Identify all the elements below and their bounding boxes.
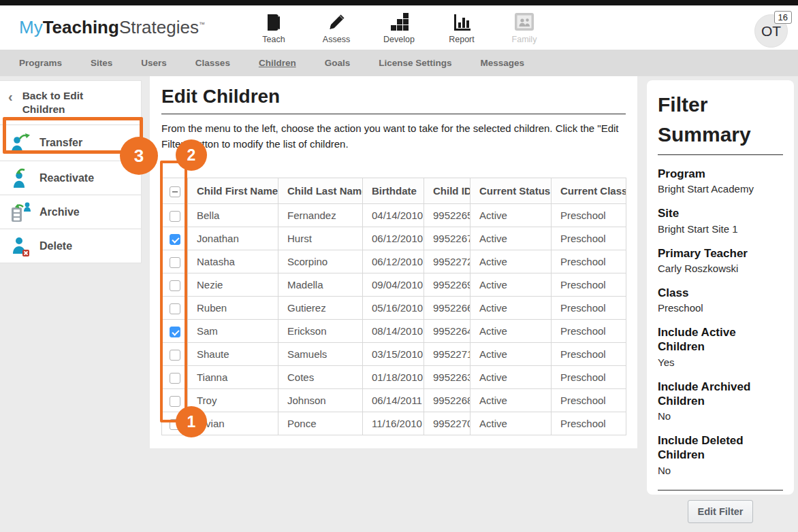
row-checkbox[interactable] (170, 280, 180, 291)
cell-class: Preschool (552, 204, 626, 227)
edit-filter-button[interactable]: Edit Filter (688, 500, 754, 523)
sidebar-action-delete[interactable]: Delete (0, 229, 141, 263)
table-header-row: Child First NameChild Last NameBirthdate… (162, 178, 626, 204)
cell-first-name: Bella (188, 204, 278, 227)
filter-summary-panel: Filter Summary Program Bright Start Acad… (647, 80, 794, 495)
filter-value: Carly Roszkowski (658, 263, 783, 274)
teach-book-icon (253, 12, 295, 34)
cell-child-id: 9952266 (424, 297, 470, 320)
chevron-left-icon: ‹ (8, 89, 13, 116)
cell-child-id: 9952265 (424, 204, 470, 227)
filter-label: Site (658, 206, 783, 220)
brand-teaching: Teaching (43, 17, 119, 37)
row-checkbox[interactable] (170, 327, 180, 337)
app-family: Family (503, 12, 545, 44)
column-header-birthdate: Birthdate (363, 178, 424, 204)
app-assess[interactable]: Assess (315, 12, 357, 44)
filter-label: Include Active Children (658, 325, 783, 354)
nav-item-classes[interactable]: Classes (195, 58, 230, 68)
cell-first-name: Natasha (188, 250, 278, 273)
row-checkbox[interactable] (170, 257, 180, 268)
cell-first-name: Jonathan (188, 227, 278, 250)
app-report[interactable]: Report (441, 12, 483, 44)
row-checkbox[interactable] (170, 373, 180, 384)
filter-label: Program (658, 167, 783, 181)
cell-child-id: 9952270 (424, 412, 470, 435)
cell-last-name: Fernandez (278, 204, 363, 227)
filter-label: Primary Teacher (658, 246, 783, 261)
app-teach[interactable]: Teach (253, 12, 295, 44)
back-to-edit-children[interactable]: ‹ Back to Edit Children (0, 81, 141, 124)
table-row: Jonathan Hurst 06/12/2010 9952267 Active… (162, 227, 626, 250)
filter-value: No (658, 410, 783, 422)
children-table: Child First NameChild Last NameBirthdate… (161, 178, 626, 435)
cell-last-name: Johnson (278, 389, 363, 412)
nav-item-programs[interactable]: Programs (19, 58, 62, 68)
sidebar-action-label: Archive (39, 206, 80, 218)
brand-trademark: ™ (199, 21, 205, 28)
brand-logo[interactable]: MyTeachingStrategies™ (19, 17, 205, 38)
page-description: From the menu to the left, choose the ac… (161, 121, 626, 152)
cell-first-name: Ruben (188, 297, 278, 320)
row-checkbox[interactable] (170, 350, 180, 361)
select-all-checkbox[interactable] (170, 186, 180, 197)
column-header-child-first-name: Child First Name (188, 178, 278, 204)
column-header-current-class: Current Class (552, 178, 626, 204)
cell-status: Active (470, 297, 552, 320)
filter-label: Class (658, 286, 783, 300)
table-row: Bella Fernandez 04/14/2010 9952265 Activ… (162, 204, 626, 227)
table-row: Vivian Ponce 11/16/2010 9952270 Active P… (162, 412, 626, 435)
nav-item-license-settings[interactable]: License Settings (379, 58, 451, 68)
assess-pencil-icon (315, 12, 357, 34)
row-checkbox[interactable] (170, 211, 180, 222)
sidebar-action-reactivate[interactable]: Reactivate (0, 161, 141, 195)
nav-item-messages[interactable]: Messages (480, 58, 524, 68)
app-develop[interactable]: Develop (378, 12, 420, 44)
sidebar-action-label: Reactivate (39, 172, 94, 184)
nav-item-children[interactable]: Children (259, 58, 296, 68)
filter-section-class: Class Preschool (658, 286, 783, 314)
cell-child-id: 9952271 (424, 343, 470, 366)
cell-class: Preschool (552, 297, 626, 320)
row-checkbox[interactable] (170, 303, 180, 314)
report-chart-icon (441, 12, 483, 34)
cell-last-name: Samuels (278, 343, 363, 366)
nav-item-users[interactable]: Users (141, 58, 167, 68)
cell-class: Preschool (552, 389, 626, 412)
cell-status: Active (470, 366, 552, 389)
transfer-person-icon (10, 132, 34, 154)
family-photo-icon (503, 12, 545, 34)
table-row: Shaute Samuels 03/15/2010 9952271 Active… (162, 343, 626, 366)
app-label: Develop (378, 35, 420, 44)
cell-birthdate: 03/15/2010 (363, 343, 424, 366)
cell-child-id: 9952269 (424, 273, 470, 297)
cell-status: Active (470, 273, 552, 297)
row-checkbox[interactable] (170, 396, 180, 407)
column-header-current-status: Current Status (470, 178, 552, 204)
top-strip (0, 0, 798, 5)
cell-child-id: 9952268 (424, 389, 470, 412)
nav-item-sites[interactable]: Sites (91, 58, 112, 68)
annotation-step-3: 3 (120, 137, 158, 175)
delete-person-icon (10, 235, 34, 257)
cell-status: Active (470, 389, 552, 412)
cell-last-name: Hurst (278, 227, 363, 250)
cell-child-id: 9952264 (424, 320, 470, 343)
filter-value: Yes (658, 356, 783, 368)
cell-birthdate: 06/14/2011 (363, 389, 424, 412)
edit-children-panel: Edit Children From the menu to the left,… (150, 76, 637, 448)
filter-value: Preschool (658, 302, 783, 314)
nav-item-goals[interactable]: Goals (325, 58, 351, 68)
row-checkbox[interactable] (170, 234, 180, 245)
sidebar-action-label: Delete (39, 240, 72, 252)
cell-status: Active (470, 227, 552, 250)
archive-cabinet-icon (10, 201, 34, 223)
cell-class: Preschool (552, 273, 626, 297)
page-title: Edit Children (161, 86, 626, 114)
sidebar-action-archive[interactable]: Archive (0, 195, 141, 229)
table-row: Troy Johnson 06/14/2011 9952268 Active P… (162, 389, 626, 412)
cell-first-name: Tianna (188, 366, 278, 389)
filter-section-include-deleted-children: Include Deleted Children No (658, 433, 783, 476)
sidebar-action-label: Transfer (39, 137, 82, 149)
cell-birthdate: 06/12/2010 (363, 227, 424, 250)
